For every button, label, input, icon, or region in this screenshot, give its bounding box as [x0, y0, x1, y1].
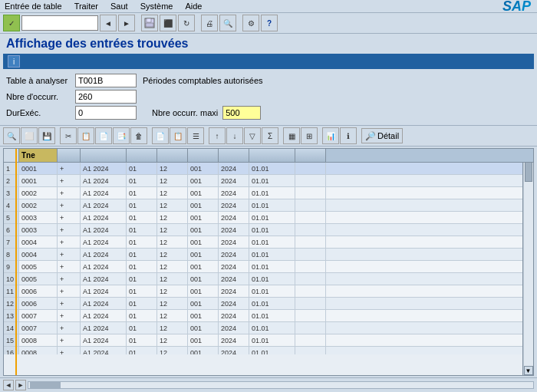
col-hdr-4[interactable]	[157, 149, 188, 162]
table-row[interactable]: 160008+A1 20240112001202401.01	[4, 347, 533, 354]
toolbar2-sum-btn[interactable]: Σ	[262, 127, 278, 144]
table-value: T001B	[75, 74, 137, 87]
horizontal-scroll-thumb[interactable]	[30, 382, 61, 388]
scroll-right-btn[interactable]: ►	[15, 380, 26, 390]
settings-button[interactable]: ⚙	[242, 15, 259, 31]
table-row[interactable]: 30002+A1 20240112001202401.01	[4, 187, 533, 199]
menu-bar: Entrée de table Traiter Saut Système Aid…	[0, 0, 537, 13]
table-row[interactable]: 60003+A1 20240112001202401.01	[4, 224, 533, 236]
find-button[interactable]: 🔍	[219, 15, 236, 31]
detail-label: Détail	[377, 131, 399, 140]
toolbar2-filter2-btn[interactable]: ▽	[244, 127, 261, 144]
table-cell: 2024	[219, 175, 249, 186]
col-hdr-8[interactable]	[295, 149, 326, 162]
save-button[interactable]	[141, 15, 158, 31]
menu-item-traiter[interactable]: Traiter	[73, 1, 100, 12]
toolbar2-paste2-btn[interactable]: 📑	[113, 127, 130, 144]
scroll-down-btn[interactable]: ▼	[524, 366, 533, 375]
toolbar2-cols-btn[interactable]: ⊞	[301, 127, 318, 144]
table-cell	[295, 298, 326, 309]
table-row[interactable]: 110006+A1 20240112001202401.01	[4, 285, 533, 298]
toolbar2-multi-btn[interactable]: 📋	[170, 127, 186, 144]
toolbar2-list-btn[interactable]: ☰	[187, 127, 204, 144]
col-hdr-5[interactable]	[188, 149, 219, 162]
command-input[interactable]	[21, 15, 98, 31]
menu-item-aide[interactable]: Aide	[183, 1, 203, 12]
table-body[interactable]: 10001+A1 20240112001202401.0120001+A1 20…	[4, 163, 533, 354]
refresh-button[interactable]: ↻	[178, 15, 195, 31]
table-cell	[295, 334, 326, 346]
toolbar2-cut-btn[interactable]: ✂	[60, 127, 77, 144]
table-cell: 2024	[219, 236, 249, 248]
table-row[interactable]: 80004+A1 20240112001202401.01	[4, 249, 533, 261]
toolbar2-info-btn[interactable]: ℹ	[340, 127, 357, 144]
table-row[interactable]: 50003+A1 20240112001202401.01	[4, 212, 533, 224]
table-cell: 2024	[219, 285, 249, 297]
toolbar2-new-btn[interactable]: 📄	[152, 127, 169, 144]
table-cell: 0004	[19, 236, 58, 248]
table-row[interactable]: 20001+A1 20240112001202401.01	[4, 175, 533, 187]
table-cell: 0007	[19, 322, 58, 334]
menu-item-entree[interactable]: Entrée de table	[3, 1, 64, 12]
table-cell: 01.01	[249, 347, 295, 354]
table-cell: +	[58, 334, 81, 346]
toolbar2-graph-btn[interactable]: 📊	[322, 127, 339, 144]
table-cell: 12	[157, 298, 188, 309]
col-hdr-3[interactable]	[127, 149, 157, 162]
table-cell: 01	[127, 261, 157, 272]
next-button[interactable]: ►	[118, 15, 135, 31]
table-cell: 12	[157, 285, 188, 297]
table-cell	[295, 310, 326, 321]
col-hdr-2[interactable]	[81, 149, 127, 162]
table-cell: 5	[4, 212, 19, 223]
vertical-scrollbar[interactable]: ▲ ▼	[522, 149, 533, 375]
col-hdr-0[interactable]: Tne	[19, 149, 58, 162]
detail-button[interactable]: 🔎 Détail	[361, 128, 403, 143]
prev-button[interactable]: ◄	[100, 15, 117, 31]
table-row[interactable]: 150008+A1 20240112001202401.01	[4, 334, 533, 347]
scroll-left-btn[interactable]: ◄	[3, 380, 14, 390]
toolbar2-filter-btn[interactable]: ⬜	[21, 127, 38, 144]
table-row[interactable]: 40002+A1 20240112001202401.01	[4, 199, 533, 212]
col-hdr-1[interactable]	[58, 149, 81, 162]
table-cell	[295, 249, 326, 260]
table-cell: 2024	[219, 163, 249, 174]
toolbar2-layout-btn[interactable]: ▦	[283, 127, 300, 144]
table-cell: 12	[157, 163, 188, 174]
col-hdr-6[interactable]	[219, 149, 249, 162]
check-button[interactable]: ✓	[3, 15, 20, 31]
table-row[interactable]: 10001+A1 20240112001202401.01	[4, 163, 533, 175]
table-cell: 0003	[19, 224, 58, 236]
table-cell: 1	[4, 163, 19, 174]
table-cell: +	[58, 273, 81, 285]
table-row[interactable]: 130007+A1 20240112001202401.01	[4, 310, 533, 322]
occurrences-row: Nbre d'occurr. 260	[6, 90, 531, 104]
table-row[interactable]: 100005+A1 20240112001202401.01	[4, 273, 533, 285]
table-cell: 0006	[19, 285, 58, 297]
menu-item-systeme[interactable]: Système	[139, 1, 175, 12]
toolbar2-paste-btn[interactable]: 📄	[95, 127, 112, 144]
stop-button[interactable]: ⬛	[160, 15, 176, 31]
table-cell: 0002	[19, 199, 58, 211]
horizontal-scrollbar[interactable]	[28, 381, 534, 389]
toolbar2-save-btn[interactable]: 💾	[38, 127, 55, 144]
info-icon[interactable]: i	[8, 55, 20, 68]
table-row[interactable]: 90005+A1 20240112001202401.01	[4, 261, 533, 273]
table-row[interactable]: 140007+A1 20240112001202401.01	[4, 322, 533, 334]
col-hdr-7[interactable]	[249, 149, 295, 162]
toolbar2-del-btn[interactable]: 🗑	[130, 127, 147, 144]
table-row[interactable]: 70004+A1 20240112001202401.01	[4, 236, 533, 249]
toolbar2-sort-desc-btn[interactable]: ↓	[226, 127, 243, 144]
print-button[interactable]: 🖨	[201, 15, 218, 31]
toolbar2-search-btn[interactable]: 🔍	[3, 127, 20, 144]
toolbar2-copy-btn[interactable]: 📋	[77, 127, 94, 144]
table-cell: 15	[4, 334, 19, 346]
table-cell: A1 2024	[81, 212, 127, 223]
menu-item-saut[interactable]: Saut	[109, 1, 130, 12]
table-cell: 2024	[219, 199, 249, 211]
scroll-track[interactable]	[524, 158, 533, 366]
table-cell: 0004	[19, 249, 58, 260]
toolbar2-sort-asc-btn[interactable]: ↑	[209, 127, 226, 144]
help-button[interactable]: ?	[261, 15, 278, 31]
table-row[interactable]: 120006+A1 20240112001202401.01	[4, 298, 533, 310]
